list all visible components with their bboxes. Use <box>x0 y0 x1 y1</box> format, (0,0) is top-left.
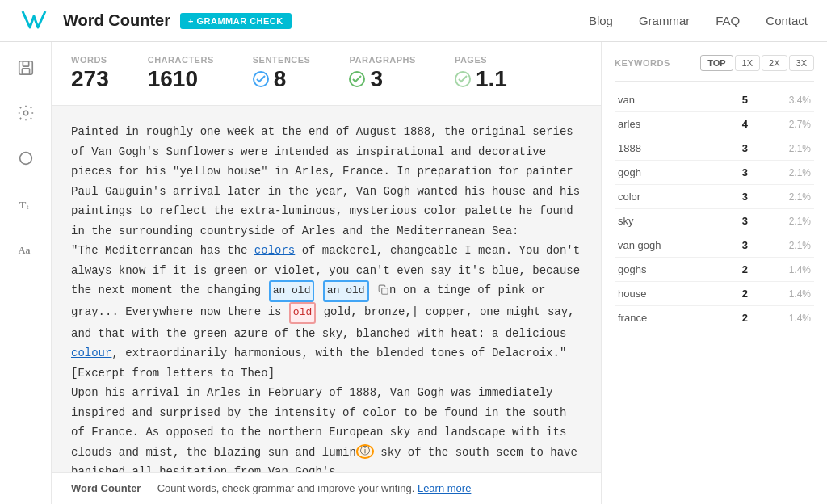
sentences-icon <box>253 71 269 87</box>
keyword-count: 3 <box>724 161 752 185</box>
keyword-count: 4 <box>724 112 752 136</box>
keyword-word: color <box>615 185 724 209</box>
info-badge[interactable]: ⓘ <box>356 444 374 459</box>
right-sidebar: KEYWORDS TOP 1X 2X 3X van 5 3.4% arles 4… <box>601 42 827 504</box>
keyword-pct: 1.4% <box>751 258 814 282</box>
keyword-tabs: TOP 1X 2X 3X <box>700 55 814 71</box>
site-title: Word Counter <box>63 11 170 30</box>
center-panel: WORDS 273 CHARACTERS 1610 SENTENCES 8 PA… <box>52 42 601 504</box>
keyword-row: van gogh 3 2.1% <box>615 233 814 258</box>
keyword-count: 2 <box>724 306 752 330</box>
keyword-pct: 2.1% <box>751 185 814 209</box>
main-layout: Tt Aa WORDS 273 CHARACTERS 1610 SENTENCE… <box>0 42 827 504</box>
footer: Word Counter — Count words, check gramma… <box>52 472 601 504</box>
copy-icon[interactable] <box>378 284 389 296</box>
divider <box>615 81 814 82</box>
circle-icon[interactable] <box>13 145 39 171</box>
stat-paragraphs: PARAGRAPHS 3 <box>349 55 415 92</box>
pages-icon <box>455 71 471 87</box>
keyword-word: 1888 <box>615 136 724 161</box>
colour-link[interactable]: colour <box>71 346 111 359</box>
learn-more-link[interactable]: Learn more <box>418 482 471 494</box>
keyword-word: sky <box>615 209 724 233</box>
nav-grammar[interactable]: Grammar <box>639 14 690 27</box>
keyword-table: van 5 3.4% arles 4 2.7% 1888 3 2.1% gogh… <box>615 88 814 330</box>
left-sidebar: Tt Aa <box>0 42 52 504</box>
grammar-check-button[interactable]: + GRAMMAR CHECK <box>180 13 292 29</box>
keyword-pct: 1.4% <box>751 306 814 330</box>
svg-text:T: T <box>19 200 26 211</box>
save-icon[interactable] <box>13 55 39 81</box>
keyword-row: france 2 1.4% <box>615 306 814 330</box>
keyword-word: house <box>615 282 724 306</box>
keyword-word: van gogh <box>615 233 724 258</box>
tab-1x[interactable]: 1X <box>735 55 760 71</box>
keyword-pct: 2.7% <box>751 112 814 136</box>
colors-link[interactable]: colors <box>254 244 295 257</box>
keyword-count: 3 <box>724 185 752 209</box>
logo <box>19 5 57 36</box>
keyword-row: sky 3 2.1% <box>615 209 814 233</box>
svg-rect-3 <box>22 69 29 74</box>
settings-icon[interactable] <box>13 100 39 126</box>
nav-blog[interactable]: Blog <box>589 14 613 27</box>
keyword-count: 3 <box>724 136 752 161</box>
keyword-count: 3 <box>724 233 752 258</box>
tab-2x[interactable]: 2X <box>762 55 787 71</box>
keyword-row: goghs 2 1.4% <box>615 258 814 282</box>
keyword-word: gogh <box>615 161 724 185</box>
paragraph-1: Painted in roughly one week at the end o… <box>71 122 581 241</box>
font-size-icon[interactable]: Tt <box>13 191 39 216</box>
tab-3x[interactable]: 3X <box>789 55 814 71</box>
nav-faq[interactable]: FAQ <box>716 14 740 27</box>
keyword-pct: 1.4% <box>751 282 814 306</box>
stat-pages: PAGES 1.1 <box>455 55 507 92</box>
keyword-pct: 2.1% <box>751 161 814 185</box>
keyword-word: arles <box>615 112 724 136</box>
keyword-row: arles 4 2.7% <box>615 112 814 136</box>
nav-contact[interactable]: Contact <box>766 14 808 27</box>
stat-characters: CHARACTERS 1610 <box>148 55 214 92</box>
keyword-count: 2 <box>724 282 752 306</box>
keyword-row: house 2 1.4% <box>615 282 814 306</box>
paragraph-2: "The Mediterranean has the colors of mac… <box>71 241 581 383</box>
header: Word Counter + GRAMMAR CHECK Blog Gramma… <box>0 0 827 42</box>
paragraphs-icon <box>349 71 365 87</box>
keyword-word: van <box>615 88 724 112</box>
keyword-row: van 5 3.4% <box>615 88 814 112</box>
svg-point-5 <box>19 153 31 165</box>
keywords-header: KEYWORDS TOP 1X 2X 3X <box>615 55 814 71</box>
keyword-word: france <box>615 306 724 330</box>
svg-rect-1 <box>19 61 32 75</box>
tab-top[interactable]: TOP <box>700 55 733 71</box>
svg-rect-12 <box>382 288 388 295</box>
suggestion-old[interactable]: old <box>289 302 316 324</box>
keyword-pct: 2.1% <box>751 209 814 233</box>
svg-text:Aa: Aa <box>18 245 30 256</box>
main-nav: Blog Grammar FAQ Contact <box>589 14 808 27</box>
editor-content[interactable]: Painted in roughly one week at the end o… <box>52 106 601 472</box>
stat-sentences: SENTENCES 8 <box>253 55 311 92</box>
paragraph-3: Upon his arrival in Arles in February of… <box>71 383 581 472</box>
suggestion-an-old-1[interactable]: an old <box>269 280 315 302</box>
keyword-word: goghs <box>615 258 724 282</box>
keyword-pct: 3.4% <box>751 88 814 112</box>
keyword-count: 3 <box>724 209 752 233</box>
svg-rect-2 <box>23 61 28 66</box>
keyword-row: gogh 3 2.1% <box>615 161 814 185</box>
keyword-row: 1888 3 2.1% <box>615 136 814 161</box>
font-style-icon[interactable]: Aa <box>13 236 39 262</box>
keyword-pct: 2.1% <box>751 136 814 161</box>
keyword-count: 5 <box>724 88 752 112</box>
keyword-count: 2 <box>724 258 752 282</box>
keyword-row: color 3 2.1% <box>615 185 814 209</box>
suggestion-an-old-2[interactable]: an old <box>323 280 369 302</box>
stats-bar: WORDS 273 CHARACTERS 1610 SENTENCES 8 PA… <box>52 42 601 106</box>
keyword-pct: 2.1% <box>751 233 814 258</box>
svg-point-4 <box>23 111 28 116</box>
stat-words: WORDS 273 <box>71 55 109 92</box>
keywords-label: KEYWORDS <box>615 58 670 68</box>
svg-text:t: t <box>26 203 28 211</box>
